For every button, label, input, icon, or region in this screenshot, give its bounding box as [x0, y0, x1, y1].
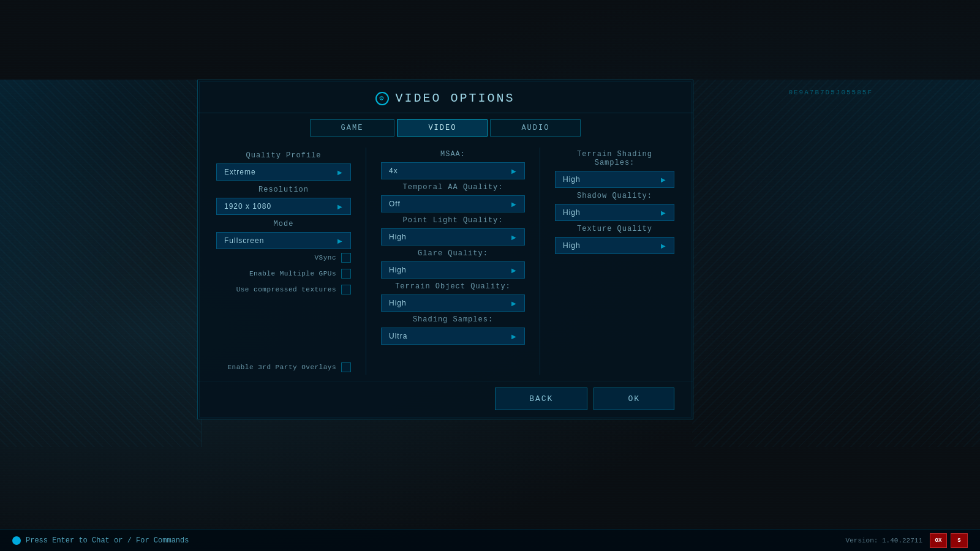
quality-profile-arrow: ▶: [337, 169, 343, 176]
glare-label: Glare Quality:: [381, 249, 525, 258]
compressed-textures-row: Use compressed textures: [216, 282, 351, 297]
multiple-gpus-label: Enable Multiple GPUs: [216, 270, 336, 277]
third-party-row: Enable 3rd Party Overlays: [216, 360, 351, 375]
multiple-gpus-row: Enable Multiple GPUs: [216, 266, 351, 281]
resolution-dropdown[interactable]: 1920 x 1080 ▶: [216, 198, 351, 215]
vsync-label: VSync: [216, 254, 336, 261]
terrain-object-label: Terrain Object Quality:: [381, 282, 525, 291]
glare-dropdown[interactable]: High ▶: [381, 261, 525, 279]
hex-code: 0E9A7B7D5J05585F: [788, 89, 873, 96]
texture-quality-dropdown[interactable]: High ▶: [555, 237, 674, 254]
texture-quality-arrow: ▶: [661, 242, 666, 249]
chat-hint-text: Press Enter to Chat or / For Commands: [26, 536, 189, 545]
tab-video[interactable]: VIDEO: [397, 119, 488, 137]
compressed-textures-checkbox[interactable]: [341, 285, 351, 294]
oxide-logo: OX: [930, 533, 947, 548]
temporal-aa-dropdown[interactable]: Off ▶: [381, 195, 525, 212]
terrain-object-dropdown[interactable]: High ▶: [381, 294, 525, 312]
terrain-shading-arrow: ▶: [661, 176, 666, 183]
resolution-arrow: ▶: [337, 203, 343, 210]
right-decoration: [692, 80, 980, 447]
quality-profile-label: Quality Profile: [216, 151, 351, 160]
msaa-label: MSAA:: [381, 150, 525, 159]
left-decoration: [0, 80, 202, 447]
bottom-bar: Press Enter to Chat or / For Commands Ve…: [0, 529, 980, 551]
multiple-gpus-checkbox[interactable]: [341, 269, 351, 279]
dialog-footer: Back OK: [198, 381, 693, 419]
vsync-row: VSync: [216, 250, 351, 265]
chat-hint: Press Enter to Chat or / For Commands: [12, 536, 189, 545]
msaa-dropdown[interactable]: 4x ▶: [381, 162, 525, 179]
texture-quality-label: Texture Quality: [555, 225, 674, 233]
vsync-checkbox[interactable]: [341, 253, 351, 263]
dialog-title-bar: ⚙ Video Options: [198, 80, 693, 113]
shadow-quality-arrow: ▶: [661, 209, 666, 216]
mode-label: Mode: [216, 220, 351, 228]
dialog-content: Quality Profile Extreme ▶ Resolution 192…: [198, 141, 693, 381]
terrain-object-arrow: ▶: [511, 300, 517, 307]
resolution-label: Resolution: [216, 186, 351, 194]
third-party-checkbox[interactable]: [341, 362, 351, 372]
title-icon: ⚙: [375, 92, 389, 105]
compressed-textures-label: Use compressed textures: [216, 286, 336, 293]
right-panel: Terrain Shading Samples: High ▶ Shadow Q…: [555, 148, 674, 375]
shadow-quality-label: Shadow Quality:: [555, 192, 674, 200]
left-center-divider: [366, 148, 366, 375]
chat-indicator: [12, 536, 21, 545]
back-button[interactable]: Back: [495, 388, 587, 410]
terrain-shading-dropdown[interactable]: High ▶: [555, 171, 674, 188]
glare-arrow: ▶: [511, 267, 517, 274]
tab-game[interactable]: GAME: [310, 119, 395, 137]
center-right-divider: [540, 148, 540, 375]
left-panel: Quality Profile Extreme ▶ Resolution 192…: [216, 148, 351, 375]
temporal-aa-arrow: ▶: [511, 201, 517, 208]
terrain-shading-label: Terrain Shading Samples:: [555, 150, 674, 167]
point-light-dropdown[interactable]: High ▶: [381, 228, 525, 246]
logos: OX S: [930, 533, 968, 548]
point-light-arrow: ▶: [511, 234, 517, 241]
msaa-arrow: ▶: [511, 168, 517, 174]
mode-arrow: ▶: [337, 238, 343, 244]
quality-profile-dropdown[interactable]: Extreme ▶: [216, 163, 351, 181]
mode-dropdown[interactable]: Fullscreen ▶: [216, 232, 351, 249]
shading-samples-label: Shading Samples:: [381, 315, 525, 324]
third-party-label: Enable 3rd Party Overlays: [216, 364, 336, 371]
stardock-logo: S: [951, 533, 968, 548]
tab-audio[interactable]: AUDIO: [490, 119, 581, 137]
version-text: Version: 1.40.22711: [846, 537, 922, 544]
tab-bar: GAME VIDEO AUDIO: [198, 113, 693, 141]
shading-samples-dropdown[interactable]: Ultra ▶: [381, 328, 525, 345]
shadow-quality-dropdown[interactable]: High ▶: [555, 204, 674, 221]
temporal-aa-label: Temporal AA Quality:: [381, 183, 525, 192]
shading-samples-arrow: ▶: [511, 333, 517, 340]
center-panel: MSAA: 4x ▶ Temporal AA Quality: Off ▶ Po…: [381, 148, 525, 375]
ok-button[interactable]: OK: [594, 388, 674, 410]
dialog-title-text: Video Options: [395, 91, 514, 105]
point-light-label: Point Light Quality:: [381, 216, 525, 225]
video-options-dialog: ⚙ Video Options GAME VIDEO AUDIO Quality…: [197, 80, 693, 419]
